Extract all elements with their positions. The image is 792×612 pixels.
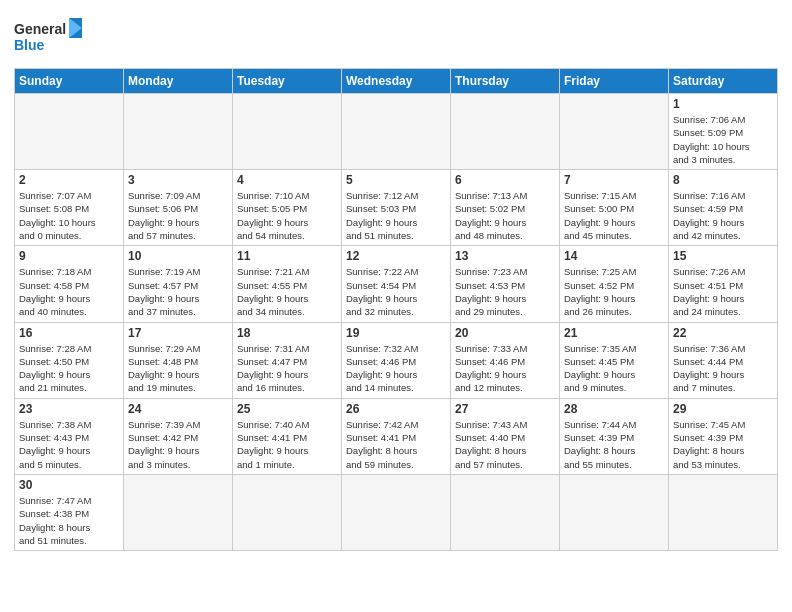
day-info: Sunrise: 7:25 AM Sunset: 4:52 PM Dayligh…: [564, 265, 664, 318]
day-number: 14: [564, 249, 664, 263]
day-info: Sunrise: 7:42 AM Sunset: 4:41 PM Dayligh…: [346, 418, 446, 471]
day-header-wednesday: Wednesday: [342, 69, 451, 94]
calendar-cell: 7Sunrise: 7:15 AM Sunset: 5:00 PM Daylig…: [560, 170, 669, 246]
week-row-1: 1Sunrise: 7:06 AM Sunset: 5:09 PM Daylig…: [15, 94, 778, 170]
day-header-friday: Friday: [560, 69, 669, 94]
day-header-tuesday: Tuesday: [233, 69, 342, 94]
calendar-page: General Blue SundayMondayTuesdayWednesda…: [0, 0, 792, 612]
day-info: Sunrise: 7:21 AM Sunset: 4:55 PM Dayligh…: [237, 265, 337, 318]
day-number: 11: [237, 249, 337, 263]
day-info: Sunrise: 7:18 AM Sunset: 4:58 PM Dayligh…: [19, 265, 119, 318]
day-number: 10: [128, 249, 228, 263]
day-number: 1: [673, 97, 773, 111]
day-info: Sunrise: 7:26 AM Sunset: 4:51 PM Dayligh…: [673, 265, 773, 318]
day-info: Sunrise: 7:12 AM Sunset: 5:03 PM Dayligh…: [346, 189, 446, 242]
day-info: Sunrise: 7:33 AM Sunset: 4:46 PM Dayligh…: [455, 342, 555, 395]
day-number: 25: [237, 402, 337, 416]
day-info: Sunrise: 7:44 AM Sunset: 4:39 PM Dayligh…: [564, 418, 664, 471]
calendar-cell: 12Sunrise: 7:22 AM Sunset: 4:54 PM Dayli…: [342, 246, 451, 322]
svg-text:Blue: Blue: [14, 37, 45, 53]
calendar-cell: [15, 94, 124, 170]
day-info: Sunrise: 7:16 AM Sunset: 4:59 PM Dayligh…: [673, 189, 773, 242]
calendar-cell: 1Sunrise: 7:06 AM Sunset: 5:09 PM Daylig…: [669, 94, 778, 170]
day-info: Sunrise: 7:28 AM Sunset: 4:50 PM Dayligh…: [19, 342, 119, 395]
day-info: Sunrise: 7:29 AM Sunset: 4:48 PM Dayligh…: [128, 342, 228, 395]
calendar-cell: 16Sunrise: 7:28 AM Sunset: 4:50 PM Dayli…: [15, 322, 124, 398]
day-number: 20: [455, 326, 555, 340]
day-number: 23: [19, 402, 119, 416]
calendar-cell: 15Sunrise: 7:26 AM Sunset: 4:51 PM Dayli…: [669, 246, 778, 322]
calendar-cell: [124, 474, 233, 550]
calendar-cell: 24Sunrise: 7:39 AM Sunset: 4:42 PM Dayli…: [124, 398, 233, 474]
day-number: 26: [346, 402, 446, 416]
day-number: 5: [346, 173, 446, 187]
day-number: 24: [128, 402, 228, 416]
calendar-cell: 27Sunrise: 7:43 AM Sunset: 4:40 PM Dayli…: [451, 398, 560, 474]
calendar-cell: 10Sunrise: 7:19 AM Sunset: 4:57 PM Dayli…: [124, 246, 233, 322]
day-info: Sunrise: 7:35 AM Sunset: 4:45 PM Dayligh…: [564, 342, 664, 395]
calendar-cell: 3Sunrise: 7:09 AM Sunset: 5:06 PM Daylig…: [124, 170, 233, 246]
day-number: 22: [673, 326, 773, 340]
calendar-cell: 9Sunrise: 7:18 AM Sunset: 4:58 PM Daylig…: [15, 246, 124, 322]
calendar-cell: 21Sunrise: 7:35 AM Sunset: 4:45 PM Dayli…: [560, 322, 669, 398]
day-info: Sunrise: 7:07 AM Sunset: 5:08 PM Dayligh…: [19, 189, 119, 242]
calendar-cell: [124, 94, 233, 170]
logo: General Blue: [14, 14, 84, 62]
calendar-cell: [342, 474, 451, 550]
day-info: Sunrise: 7:43 AM Sunset: 4:40 PM Dayligh…: [455, 418, 555, 471]
day-info: Sunrise: 7:10 AM Sunset: 5:05 PM Dayligh…: [237, 189, 337, 242]
calendar-cell: [342, 94, 451, 170]
week-row-2: 2Sunrise: 7:07 AM Sunset: 5:08 PM Daylig…: [15, 170, 778, 246]
calendar-cell: 5Sunrise: 7:12 AM Sunset: 5:03 PM Daylig…: [342, 170, 451, 246]
day-info: Sunrise: 7:47 AM Sunset: 4:38 PM Dayligh…: [19, 494, 119, 547]
week-row-3: 9Sunrise: 7:18 AM Sunset: 4:58 PM Daylig…: [15, 246, 778, 322]
day-number: 6: [455, 173, 555, 187]
day-number: 29: [673, 402, 773, 416]
calendar-cell: 4Sunrise: 7:10 AM Sunset: 5:05 PM Daylig…: [233, 170, 342, 246]
day-number: 19: [346, 326, 446, 340]
logo-area: General Blue: [14, 14, 84, 62]
day-info: Sunrise: 7:31 AM Sunset: 4:47 PM Dayligh…: [237, 342, 337, 395]
day-info: Sunrise: 7:39 AM Sunset: 4:42 PM Dayligh…: [128, 418, 228, 471]
week-row-5: 23Sunrise: 7:38 AM Sunset: 4:43 PM Dayli…: [15, 398, 778, 474]
calendar-cell: 17Sunrise: 7:29 AM Sunset: 4:48 PM Dayli…: [124, 322, 233, 398]
day-info: Sunrise: 7:36 AM Sunset: 4:44 PM Dayligh…: [673, 342, 773, 395]
day-number: 2: [19, 173, 119, 187]
day-info: Sunrise: 7:15 AM Sunset: 5:00 PM Dayligh…: [564, 189, 664, 242]
calendar-cell: [233, 474, 342, 550]
day-info: Sunrise: 7:23 AM Sunset: 4:53 PM Dayligh…: [455, 265, 555, 318]
calendar-cell: 28Sunrise: 7:44 AM Sunset: 4:39 PM Dayli…: [560, 398, 669, 474]
calendar-cell: 30Sunrise: 7:47 AM Sunset: 4:38 PM Dayli…: [15, 474, 124, 550]
day-number: 3: [128, 173, 228, 187]
calendar-cell: 2Sunrise: 7:07 AM Sunset: 5:08 PM Daylig…: [15, 170, 124, 246]
day-number: 17: [128, 326, 228, 340]
calendar-cell: [233, 94, 342, 170]
calendar-cell: 18Sunrise: 7:31 AM Sunset: 4:47 PM Dayli…: [233, 322, 342, 398]
calendar-header: SundayMondayTuesdayWednesdayThursdayFrid…: [15, 69, 778, 94]
week-row-6: 30Sunrise: 7:47 AM Sunset: 4:38 PM Dayli…: [15, 474, 778, 550]
calendar-cell: [560, 474, 669, 550]
day-header-sunday: Sunday: [15, 69, 124, 94]
day-number: 21: [564, 326, 664, 340]
day-number: 18: [237, 326, 337, 340]
day-number: 9: [19, 249, 119, 263]
day-number: 7: [564, 173, 664, 187]
day-number: 4: [237, 173, 337, 187]
day-number: 13: [455, 249, 555, 263]
calendar-table: SundayMondayTuesdayWednesdayThursdayFrid…: [14, 68, 778, 551]
day-header-saturday: Saturday: [669, 69, 778, 94]
day-info: Sunrise: 7:19 AM Sunset: 4:57 PM Dayligh…: [128, 265, 228, 318]
svg-text:General: General: [14, 21, 66, 37]
day-number: 27: [455, 402, 555, 416]
day-number: 30: [19, 478, 119, 492]
day-info: Sunrise: 7:22 AM Sunset: 4:54 PM Dayligh…: [346, 265, 446, 318]
day-number: 15: [673, 249, 773, 263]
calendar-cell: 13Sunrise: 7:23 AM Sunset: 4:53 PM Dayli…: [451, 246, 560, 322]
calendar-cell: 26Sunrise: 7:42 AM Sunset: 4:41 PM Dayli…: [342, 398, 451, 474]
calendar-cell: 8Sunrise: 7:16 AM Sunset: 4:59 PM Daylig…: [669, 170, 778, 246]
calendar-cell: [669, 474, 778, 550]
day-number: 16: [19, 326, 119, 340]
header: General Blue: [14, 10, 778, 62]
calendar-cell: 23Sunrise: 7:38 AM Sunset: 4:43 PM Dayli…: [15, 398, 124, 474]
calendar-cell: 14Sunrise: 7:25 AM Sunset: 4:52 PM Dayli…: [560, 246, 669, 322]
